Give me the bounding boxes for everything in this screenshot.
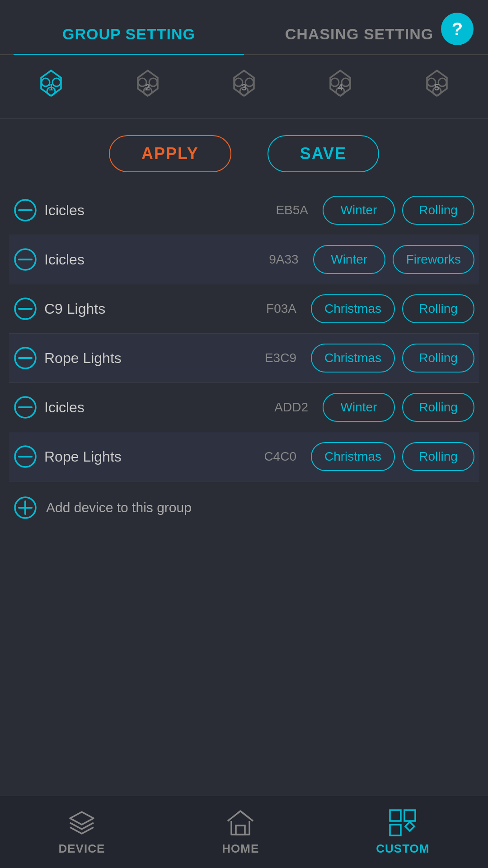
effect-button[interactable]: Rolling — [402, 442, 474, 471]
group-icon-row: 1 2 3 4 — [0, 55, 488, 119]
svg-rect-39 — [390, 825, 401, 835]
device-code: E3C9 — [251, 351, 296, 365]
svg-rect-36 — [236, 826, 245, 835]
device-code: 9A33 — [253, 252, 299, 267]
table-row: Icicles ADD2 Winter Rolling — [9, 383, 479, 432]
effect-button[interactable]: Fireworks — [393, 245, 474, 274]
tab-chasing-setting[interactable]: CHASING SETTING — [244, 9, 474, 54]
mode-button[interactable]: Christmas — [311, 294, 395, 323]
table-row: Rope Lights C4C0 Christmas Rolling — [9, 432, 479, 481]
add-device-row[interactable]: Add device to this group — [0, 481, 488, 534]
remove-icon[interactable] — [14, 198, 37, 222]
mode-button[interactable]: Winter — [323, 393, 395, 422]
tab-group-setting[interactable]: GROUP SETTING — [14, 9, 244, 55]
device-list: Icicles EB5A Winter Rolling Icicles 9A33… — [0, 186, 488, 481]
remove-icon[interactable] — [14, 248, 37, 271]
svg-point-2 — [52, 78, 61, 86]
tab-bar: GROUP SETTING CHASING SETTING — [0, 9, 488, 55]
group-icon-2[interactable]: 2 — [130, 69, 166, 105]
nav-label-custom: CUSTOM — [376, 842, 429, 856]
svg-point-10 — [245, 78, 253, 86]
device-code: ADD2 — [263, 400, 308, 415]
nav-item-device[interactable]: DEVICE — [58, 808, 105, 856]
custom-icon — [388, 808, 417, 837]
device-name: C9 Lights — [44, 301, 244, 317]
device-code: F03A — [251, 302, 296, 316]
svg-point-18 — [438, 78, 446, 86]
table-row: Icicles EB5A Winter Rolling — [9, 186, 479, 235]
mode-button[interactable]: Winter — [313, 245, 385, 274]
device-name: Rope Lights — [44, 350, 244, 367]
action-buttons: APPLY SAVE — [0, 119, 488, 186]
svg-marker-35 — [70, 812, 94, 825]
home-icon — [226, 808, 255, 837]
bottom-nav: DEVICE HOME CUSTOM — [0, 796, 488, 868]
mode-button[interactable]: Christmas — [311, 344, 395, 373]
add-device-label: Add device to this group — [46, 500, 192, 515]
table-row: C9 Lights F03A Christmas Rolling — [9, 284, 479, 334]
effect-button[interactable]: Rolling — [402, 393, 474, 422]
table-row: Rope Lights E3C9 Christmas Rolling — [9, 334, 479, 383]
help-button[interactable]: ? — [441, 13, 474, 45]
nav-label-device: DEVICE — [58, 842, 105, 856]
device-code: EB5A — [263, 203, 308, 217]
svg-point-6 — [149, 78, 157, 86]
mode-button[interactable]: Christmas — [311, 442, 395, 471]
remove-icon[interactable] — [14, 297, 37, 321]
remove-icon[interactable] — [14, 445, 37, 468]
nav-label-home: HOME — [222, 842, 259, 856]
device-code: C4C0 — [251, 449, 296, 464]
effect-button[interactable]: Rolling — [402, 344, 474, 373]
device-name: Icicles — [44, 202, 256, 219]
table-row: Icicles 9A33 Winter Fireworks — [9, 235, 479, 284]
add-icon — [14, 496, 37, 519]
svg-rect-37 — [390, 810, 401, 821]
svg-rect-38 — [404, 810, 415, 821]
nav-item-home[interactable]: HOME — [222, 808, 259, 856]
apply-button[interactable]: APPLY — [109, 135, 231, 172]
save-button[interactable]: SAVE — [267, 135, 379, 172]
svg-marker-40 — [405, 822, 414, 831]
device-name: Rope Lights — [44, 448, 244, 465]
nav-item-custom[interactable]: CUSTOM — [376, 808, 429, 856]
device-name: Icicles — [44, 399, 256, 416]
effect-button[interactable]: Rolling — [402, 196, 474, 225]
effect-button[interactable]: Rolling — [402, 294, 474, 323]
group-icon-4[interactable]: 4 — [322, 69, 358, 105]
group-icon-5[interactable]: 5 — [419, 69, 455, 105]
layers-icon — [67, 808, 96, 837]
group-icon-3[interactable]: 3 — [226, 69, 262, 105]
remove-icon[interactable] — [14, 346, 37, 370]
group-icon-1[interactable]: 1 — [33, 69, 69, 105]
device-name: Icicles — [44, 251, 246, 268]
remove-icon[interactable] — [14, 396, 37, 419]
svg-point-14 — [342, 78, 350, 86]
mode-button[interactable]: Winter — [323, 196, 395, 225]
